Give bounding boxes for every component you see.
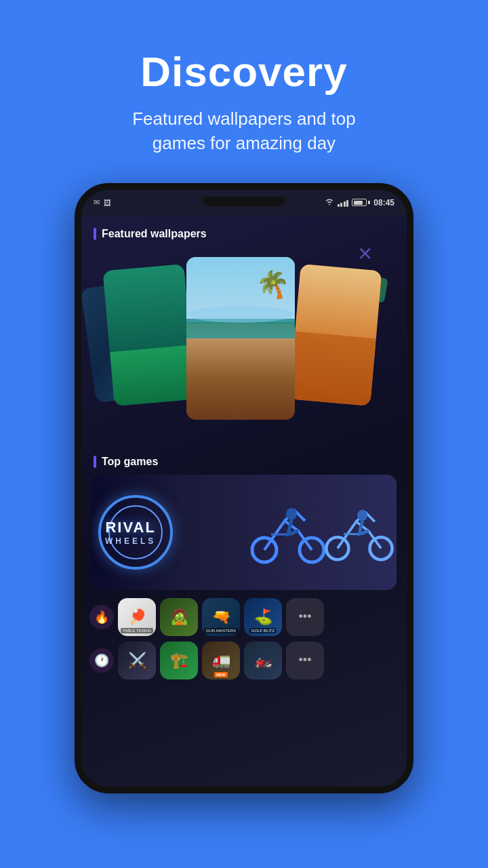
games-section-header: Top games [81, 443, 407, 475]
wifi-icon [325, 197, 334, 208]
svg-point-4 [370, 537, 392, 559]
row-flame-icon: 🔥 [89, 605, 114, 629]
app-icon-moto[interactable]: 🏍️ [244, 642, 282, 679]
bike-1-icon [247, 497, 329, 568]
phone-screen: ✕ Featured wallpapers [81, 216, 407, 787]
app-icon-zombie[interactable]: 🧟 [160, 598, 198, 636]
mail-icon: ✉ [94, 198, 100, 207]
app-row-2: 🕐 ⚔️ 🏗️ 🚛 NEW [89, 642, 399, 679]
phone-frame: ✉ 🖼 [75, 183, 413, 793]
app-icon-golf-blitz[interactable]: ⛳ GOLF BLITZ [244, 598, 282, 636]
games-section-accent [94, 456, 96, 468]
wallpapers-section-title: Featured wallpapers [102, 228, 207, 240]
phone-notch [203, 197, 285, 206]
app-rows-container: 🔥 🏓 TABLE TENNIS 🧟 🔫 GUN MASTERS [81, 598, 407, 679]
app-icon-gun-masters[interactable]: 🔫 GUN MASTERS [202, 598, 240, 636]
app-icon-tank[interactable]: 🚛 NEW [202, 642, 240, 679]
wallpapers-carousel[interactable]: 🌴 [81, 247, 407, 437]
app-icon-more-2[interactable]: ••• [286, 642, 324, 679]
rival-text: RIVAL [105, 519, 155, 536]
svg-point-2 [286, 508, 297, 520]
status-right: 08:45 [325, 197, 394, 208]
wallpaper-left [103, 264, 196, 406]
wheels-text: WHEELS [105, 536, 156, 546]
bike-2-icon [322, 498, 396, 566]
app-icon-stack[interactable]: 🏗️ [160, 642, 198, 679]
app-icon-warrior[interactable]: ⚔️ [118, 642, 156, 679]
app-icon-more-1[interactable]: ••• [286, 598, 324, 636]
phone-mockup: ✉ 🖼 [75, 183, 413, 793]
wallpaper-center: 🌴 [186, 257, 295, 420]
rival-wheels-banner[interactable]: RIVAL WHEELS [92, 475, 396, 590]
games-section-title: Top games [102, 456, 158, 468]
row-clock-icon: 🕐 [89, 648, 114, 673]
app-icon-table-tennis[interactable]: 🏓 TABLE TENNIS [118, 598, 156, 636]
page-title: Discovery [140, 47, 347, 96]
image-icon: 🖼 [104, 199, 111, 207]
header-section: Discovery Featured wallpapers and topgam… [0, 0, 488, 176]
svg-point-5 [357, 510, 367, 521]
signal-icon [338, 199, 349, 207]
time-display: 08:45 [373, 198, 394, 208]
svg-point-3 [326, 537, 348, 559]
section-accent-bar [94, 228, 96, 240]
app-row-1: 🔥 🏓 TABLE TENNIS 🧟 🔫 GUN MASTERS [89, 598, 399, 636]
page-subtitle: Featured wallpapers and topgames for ama… [132, 106, 356, 156]
rival-wheels-logo: RIVAL WHEELS [105, 519, 156, 546]
battery-icon [352, 199, 370, 206]
status-left: ✉ 🖼 [94, 198, 111, 207]
wallpaper-right [289, 264, 382, 406]
